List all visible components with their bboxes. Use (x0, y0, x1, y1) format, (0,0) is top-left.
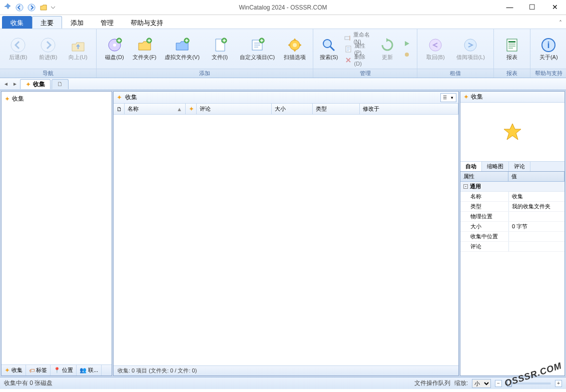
prop-group-general[interactable]: -通用 (460, 182, 564, 192)
preview-tabs: 自动 缩略图 评论 (460, 161, 564, 171)
up-button[interactable]: 向上(U) (63, 35, 93, 63)
zoom-select[interactable]: 小 (472, 379, 491, 388)
tag-icon: 🏷 (29, 367, 35, 373)
star-icon: ✦ (5, 366, 10, 374)
col-size[interactable]: 大小 (272, 104, 313, 114)
prop-row-name[interactable]: 名称收集 (460, 192, 564, 202)
add-custom-button[interactable]: 自定义项目(C) (235, 35, 280, 63)
ribbon-group-nav-label: 导航 (0, 69, 96, 78)
svg-rect-22 (508, 41, 515, 43)
ws-scroll-right-icon[interactable]: ► (11, 80, 19, 89)
prop-row-location[interactable]: 物理位置 (460, 212, 564, 222)
ribbon-group-report: 报表 报表 (494, 29, 530, 78)
view-list-icon: ☰ (441, 94, 448, 102)
delete-button[interactable]: 删除(D) (341, 55, 375, 66)
ribbon-tab-file[interactable]: 收集 (2, 16, 32, 29)
tree-root-node[interactable]: ✦收集 (4, 94, 110, 104)
zoom-out-button[interactable]: − (495, 380, 502, 387)
star-icon: ✦ (26, 81, 31, 88)
workspace-tab-collection[interactable]: ✦收集 (20, 79, 51, 89)
ribbon-group-loan: 取回(B) 借阅项目(L) 租借 (417, 29, 494, 78)
preview-tab-auto[interactable]: 自动 (460, 162, 482, 171)
svg-rect-21 (507, 39, 517, 51)
window-controls: — ☐ ✕ (498, 0, 566, 14)
preview-tab-comment[interactable]: 评论 (509, 162, 530, 171)
props-col-val[interactable]: 值 (508, 172, 564, 181)
workspace-tab-blank[interactable]: 🗋 (52, 79, 69, 89)
prop-row-colpos[interactable]: 收集中位置 (460, 232, 564, 242)
add-files-button[interactable]: 文件(I) (205, 35, 235, 63)
col-type[interactable]: 类型 (313, 104, 360, 114)
left-tab-collection[interactable]: ✦收集 (2, 365, 26, 375)
grid-header: 🗋 名称▲ ✦ 评论 大小 类型 修改于 (114, 104, 458, 115)
col-comment[interactable]: 评论 (197, 104, 272, 114)
app-icon[interactable] (2, 2, 13, 13)
quick-access-toolbar (0, 2, 56, 13)
zoom-in-button[interactable]: + (555, 380, 562, 387)
props-col-attr[interactable]: 属性 (460, 172, 508, 181)
add-disk-button[interactable]: 磁盘(D) (100, 35, 130, 63)
qat-forward-icon[interactable] (26, 2, 37, 13)
zoom-thumb[interactable] (507, 380, 512, 387)
tree-view[interactable]: ✦收集 (2, 92, 112, 364)
star-icon: ✦ (463, 93, 469, 101)
left-tab-tags[interactable]: 🏷标签 (26, 365, 51, 375)
preview-tab-thumb[interactable]: 缩略图 (482, 162, 509, 171)
ribbon-group-add-label: 添加 (97, 69, 313, 78)
scan-options-button[interactable]: 扫描选项 (280, 35, 310, 63)
view-switch[interactable]: ☰▾ (440, 93, 456, 102)
qat-back-icon[interactable] (14, 2, 25, 13)
ribbon-tab-add[interactable]: 添加 (62, 16, 92, 29)
file-icon: 🗋 (117, 106, 122, 112)
ribbon-tab-help[interactable]: 帮助与支持 (122, 16, 172, 29)
star-icon: ✦ (189, 105, 194, 113)
properties-grid: -通用 名称收集 类型我的收集文件夹 物理位置 大小0 字节 收集中位置 评论 (460, 182, 564, 375)
status-queue-link[interactable]: 文件操作队列 (414, 379, 450, 387)
svg-point-20 (464, 39, 476, 51)
close-button[interactable]: ✕ (543, 0, 566, 14)
grid-body[interactable] (114, 115, 458, 365)
about-button[interactable]: i关于(A) (533, 35, 563, 63)
prop-row-size[interactable]: 大小0 字节 (460, 222, 564, 232)
left-tab-location[interactable]: 📍位置 (51, 365, 77, 375)
col-icon[interactable]: 🗋 (114, 104, 125, 114)
search-button[interactable]: 搜索(S) (316, 35, 341, 63)
star-icon: ✦ (117, 94, 122, 101)
col-name[interactable]: 名称▲ (125, 104, 186, 114)
ribbon-tab-manage[interactable]: 管理 (92, 16, 122, 29)
back-button[interactable]: 后退(B) (3, 35, 33, 63)
add-folder-button[interactable]: 文件夹(F) (130, 35, 160, 63)
prop-row-type[interactable]: 类型我的收集文件夹 (460, 202, 564, 212)
star-icon: ✦ (5, 95, 10, 103)
center-header: ✦ 收集 ☰▾ (114, 92, 458, 104)
loan-button[interactable]: 借阅项目(L) (450, 35, 490, 63)
update-sub1-button[interactable] (400, 38, 414, 49)
ribbon-tab-main[interactable]: 主要 (32, 16, 62, 29)
left-tab-contacts[interactable]: 👥联... (77, 365, 102, 375)
svg-point-2 (28, 4, 35, 11)
update-sub2-button[interactable] (400, 49, 414, 60)
update-button[interactable]: 更新 (375, 35, 400, 63)
svg-marker-0 (5, 4, 11, 9)
col-modified[interactable]: 修改于 (360, 104, 458, 114)
status-left-text: 收集中有 0 张磁盘 (4, 379, 53, 387)
svg-point-4 (41, 38, 55, 52)
prop-row-comment[interactable]: 评论 (460, 242, 564, 252)
delete-icon (344, 56, 352, 64)
svg-rect-16 (345, 37, 350, 40)
report-button[interactable]: 报表 (497, 35, 527, 63)
right-properties-panel: ✦收集 自动 缩略图 评论 属性 值 -通用 名称收集 类型我的收集文件夹 物理… (460, 91, 565, 376)
qat-dropdown-icon[interactable] (50, 2, 56, 13)
minimize-button[interactable]: — (498, 0, 521, 14)
zoom-slider[interactable] (506, 382, 551, 384)
add-virtual-folder-button[interactable]: 虚拟文件夹(V) (160, 35, 205, 63)
ws-scroll-left-icon[interactable]: ◄ (2, 80, 10, 89)
app-title: WinCatalog 2024 - OSSSR.COM (0, 4, 566, 11)
return-button[interactable]: 取回(B) (420, 35, 450, 63)
ribbon-group-nav: 后退(B) 前进(B) 向上(U) 导航 (0, 29, 97, 78)
forward-button[interactable]: 前进(B) (33, 35, 63, 63)
ribbon-collapse-icon[interactable]: ˄ (559, 20, 562, 27)
qat-open-icon[interactable] (38, 2, 49, 13)
maximize-button[interactable]: ☐ (521, 0, 543, 14)
col-rating[interactable]: ✦ (186, 104, 197, 114)
